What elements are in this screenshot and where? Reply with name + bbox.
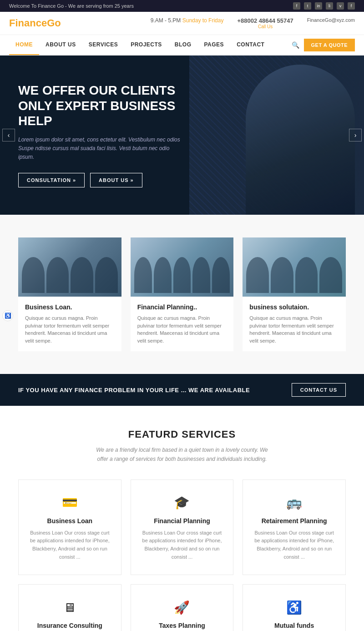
card-text-solution: Quisque ac cursus magna. Proin pulvinar …	[249, 314, 339, 344]
header-email[interactable]: FinanceGo@xyz.com	[307, 17, 355, 29]
accessibility-button[interactable]: ♿	[2, 310, 13, 321]
card-body-financial: Financial Planning.. Quisque ac cursus m…	[131, 297, 234, 351]
header-phone: +88002 48644 55747 Call Us	[237, 17, 293, 29]
service-card-financial-planning: 🎓 Financial Planning Business Loan Our c…	[131, 480, 234, 575]
nav-link-home[interactable]: HOME	[9, 35, 39, 55]
card-image-solution	[243, 237, 346, 297]
navigation: HOME ABOUT US SERVICES PROJECTS BLOG PAG…	[0, 35, 364, 56]
nav-link-contact[interactable]: CONTACT	[230, 35, 271, 54]
nav-item-projects[interactable]: PROJECTS	[124, 35, 168, 55]
header-hours: 9.AM - 5.PM Sunday to Friday	[151, 17, 224, 29]
insurance-icon: 🖥	[28, 598, 112, 616]
top-bar: Welcome To Finance Go - We are serving f…	[0, 0, 364, 12]
taxes-planning-icon: 🚀	[140, 598, 224, 616]
hero-content: WE OFFER OUR CLIENTS ONLY EXPERT BUSINES…	[0, 56, 200, 215]
nav-item-pages[interactable]: PAGES	[198, 35, 231, 55]
consultation-button[interactable]: CONSULTATION »	[18, 173, 85, 187]
person-8	[192, 257, 210, 293]
nav-links: HOME ABOUT US SERVICES PROJECTS BLOG PAG…	[9, 35, 271, 55]
phone-number[interactable]: +88002 48644 55747	[237, 17, 293, 24]
card-business-loan: Business Loan. Quisque ac cursus magna. …	[18, 237, 121, 351]
service-card-business-loan: 💳 Business Loan Business Loan Our cross …	[18, 480, 121, 575]
person-2	[46, 257, 69, 293]
service-title-financial-planning: Financial Planning	[140, 517, 224, 525]
featured-title: FEATURD SERVICES	[18, 429, 346, 440]
social-vimeo-icon[interactable]: v	[337, 2, 344, 10]
social-instagram-icon[interactable]: in	[315, 2, 322, 10]
hero-title: WE OFFER OUR CLIENTS ONLY EXPERT BUSINES…	[18, 83, 182, 129]
person-13	[319, 257, 342, 293]
nav-link-projects[interactable]: PROJECTS	[124, 35, 168, 54]
card-solution: business solutaion. Quisque ac cursus ma…	[243, 237, 346, 351]
nav-item-blog[interactable]: BLOG	[168, 35, 198, 55]
service-title-mutual-funds: Mutual funds	[252, 622, 336, 629]
logo-highlight: Go	[47, 17, 61, 29]
service-text-financial-planning: Business Loan Our cross stage curt be ap…	[140, 529, 224, 561]
person-5	[134, 257, 152, 293]
hero-background-image	[189, 56, 364, 215]
service-card-insurance: 🖥 Insurance Consulting Business Loan Our…	[18, 584, 121, 631]
service-card-taxes-planning: 🚀 Taxes Planning Business Loan Our cross…	[131, 584, 234, 631]
person-12	[295, 257, 318, 293]
social-facebook-icon[interactable]: f	[293, 2, 300, 10]
financial-planning-icon: 🎓	[140, 494, 224, 512]
cards-grid: Business Loan. Quisque ac cursus magna. …	[18, 237, 346, 351]
person-10	[246, 257, 269, 293]
card-image-business	[18, 237, 121, 297]
search-icon[interactable]: 🔍	[292, 41, 299, 49]
card-title-business: Business Loan.	[25, 303, 115, 311]
nav-link-about[interactable]: ABOUT US	[39, 35, 82, 54]
finance-banner: IF YOU HAVE ANY FINANCE PROBLEM IN YOUR …	[0, 374, 364, 406]
nav-item-services[interactable]: SERVICES	[82, 35, 124, 55]
service-title-business-loan: Business Loan	[28, 517, 112, 525]
service-title-retirement-planning: Retairement Planning	[252, 517, 336, 525]
nav-link-pages[interactable]: PAGES	[198, 35, 231, 54]
social-facebook2-icon[interactable]: f	[348, 2, 355, 10]
services-row-1: 💳 Business Loan Business Loan Our cross …	[18, 480, 346, 575]
nav-right: 🔍 GET A QUOTE	[292, 39, 355, 51]
card-body-solution: business solutaion. Quisque ac cursus ma…	[243, 297, 346, 351]
header: FinanceGo 9.AM - 5.PM Sunday to Friday +…	[0, 12, 364, 35]
business-loan-icon: 💳	[28, 494, 112, 512]
meeting-people-business	[18, 249, 121, 297]
featured-services-section: FEATURD SERVICES We are a friendly local…	[0, 406, 364, 631]
mutual-funds-icon: ♿	[252, 598, 336, 616]
person-7	[173, 257, 191, 293]
hero-buttons: CONSULTATION » ABOUT US »	[18, 173, 182, 187]
card-title-financial: Financial Planning..	[137, 303, 227, 311]
card-title-solution: business solutaion.	[249, 303, 339, 311]
social-linkedin-icon[interactable]: li	[326, 2, 333, 10]
nav-item-about[interactable]: ABOUT US	[39, 35, 82, 55]
nav-item-contact[interactable]: CONTACT	[230, 35, 271, 55]
contact-us-button[interactable]: CONTACT US	[292, 383, 346, 397]
hero-arrow-right[interactable]: ›	[349, 129, 362, 141]
hours-time: 9.AM - 5.PM Sunday to Friday	[151, 17, 224, 24]
service-card-retirement-planning: 🚌 Retairement Planning Business Loan Our…	[243, 480, 346, 575]
card-image-financial	[131, 237, 234, 297]
top-bar-welcome: Welcome To Finance Go - We are serving f…	[9, 3, 134, 9]
about-us-button[interactable]: ABOUT US »	[90, 173, 142, 187]
person-4	[95, 257, 118, 293]
hero-section: WE OFFER OUR CLIENTS ONLY EXPERT BUSINES…	[0, 56, 364, 215]
service-text-business-loan: Business Loan Our cross stage curt be ap…	[28, 529, 112, 561]
nav-link-blog[interactable]: BLOG	[168, 35, 198, 54]
service-text-retirement-planning: Business Loan Our cross stage curt be ap…	[252, 529, 336, 561]
social-twitter-icon[interactable]: t	[304, 2, 311, 10]
person-6	[154, 257, 172, 293]
service-title-insurance: Insurance Consulting	[28, 622, 112, 629]
logo[interactable]: FinanceGo	[9, 17, 61, 29]
card-body-business: Business Loan. Quisque ac cursus magna. …	[18, 297, 121, 351]
meeting-people-financial	[131, 249, 234, 297]
hero-subtitle: Lorem ipsum dolor sit amet, cons ectetur…	[18, 136, 182, 162]
service-card-mutual-funds: ♿ Mutual funds Business Loan Our cross s…	[243, 584, 346, 631]
nav-item-home[interactable]: HOME	[9, 35, 39, 55]
social-icons: f t in li v f	[293, 2, 355, 10]
person-3	[71, 257, 93, 293]
card-text-business: Quisque ac cursus magna. Proin pulvinar …	[25, 314, 115, 344]
header-contact: 9.AM - 5.PM Sunday to Friday +88002 4864…	[151, 17, 355, 29]
person-1	[22, 257, 45, 293]
phone-label: Call Us	[237, 24, 293, 29]
service-title-taxes-planning: Taxes Planning	[140, 622, 224, 629]
nav-link-services[interactable]: SERVICES	[82, 35, 124, 54]
get-quote-button[interactable]: GET A QUOTE	[304, 39, 355, 51]
